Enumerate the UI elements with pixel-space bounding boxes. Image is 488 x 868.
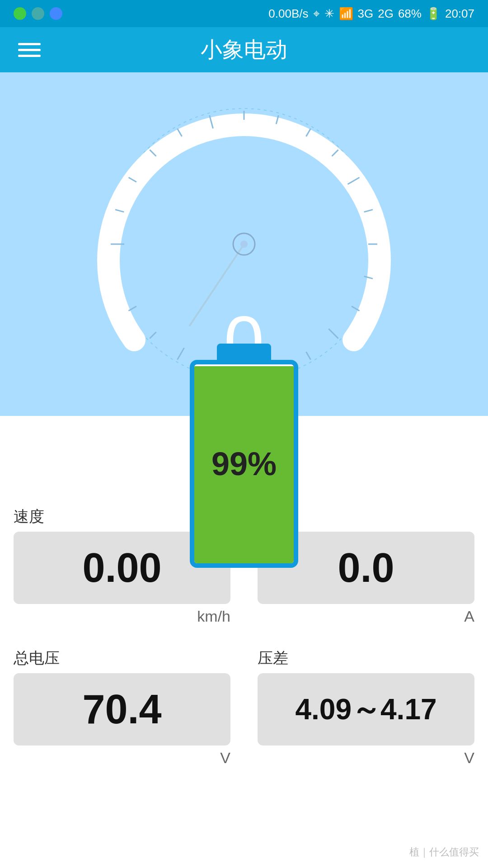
voltage-value-box: 70.4 (14, 673, 230, 745)
current-value: 0.0 (338, 545, 394, 591)
page-title: 小象电动 (201, 35, 287, 64)
voltage-diff-unit: V (258, 749, 474, 767)
wifi-icon: 📶 (339, 7, 353, 21)
voltage-cell: 总电压 70.4 V (0, 639, 244, 780)
voltage-label: 总电压 (14, 648, 230, 669)
status-left (14, 7, 62, 20)
voltage-diff-value: 4.09～4.17 (295, 690, 436, 729)
battery-body: 99% (190, 360, 298, 568)
clock: 20:07 (445, 7, 474, 21)
voltage-diff-label: 压差 (258, 648, 474, 669)
indicator-3 (50, 7, 62, 20)
hamburger-line-3 (18, 55, 41, 57)
voltage-diff-cell: 压差 4.09～4.17 V (244, 639, 488, 780)
watermark: 植｜什么值得买 (409, 845, 479, 859)
status-bar: 0.00B/s ⌖ ✳ 📶 3G 2G 68% 🔋 20:07 (0, 0, 488, 27)
network-speed: 0.00B/s (268, 7, 308, 21)
hamburger-menu[interactable] (18, 43, 41, 57)
battery-icon: 🔋 (426, 7, 441, 21)
current-unit: A (258, 608, 474, 625)
signal-3g: 3G (358, 7, 374, 21)
indicator-2 (32, 7, 44, 20)
svg-point-26 (240, 241, 248, 248)
speed-value: 0.00 (82, 545, 161, 591)
svg-line-17 (306, 352, 311, 359)
voltage-unit: V (14, 749, 230, 767)
svg-line-16 (328, 329, 338, 338)
signal-2g: 2G (378, 7, 394, 21)
hamburger-line-1 (18, 43, 41, 45)
voltage-value: 70.4 (82, 686, 161, 733)
battery-display: 99% (190, 344, 298, 568)
bluetooth-icon: ✳ (324, 7, 334, 21)
hamburger-line-2 (18, 49, 41, 51)
battery-cap (217, 344, 271, 360)
svg-line-21 (178, 348, 184, 359)
svg-line-22 (150, 332, 156, 338)
battery-percent-value: 99% (211, 445, 277, 482)
location-icon: ⌖ (313, 7, 320, 21)
top-nav: 小象电动 (0, 27, 488, 72)
speed-unit: km/h (14, 608, 230, 625)
indicator-1 (14, 7, 26, 20)
status-right: 0.00B/s ⌖ ✳ 📶 3G 2G 68% 🔋 20:07 (268, 7, 474, 21)
data-grid: 99% 速度 0.00 km/h 电流 0.0 A 总电压 70.4 V 压差 … (0, 416, 488, 780)
svg-line-15 (352, 307, 359, 311)
battery-percent: 68% (398, 7, 422, 21)
voltage-diff-value-box: 4.09～4.17 (258, 673, 474, 745)
svg-line-23 (129, 307, 136, 311)
